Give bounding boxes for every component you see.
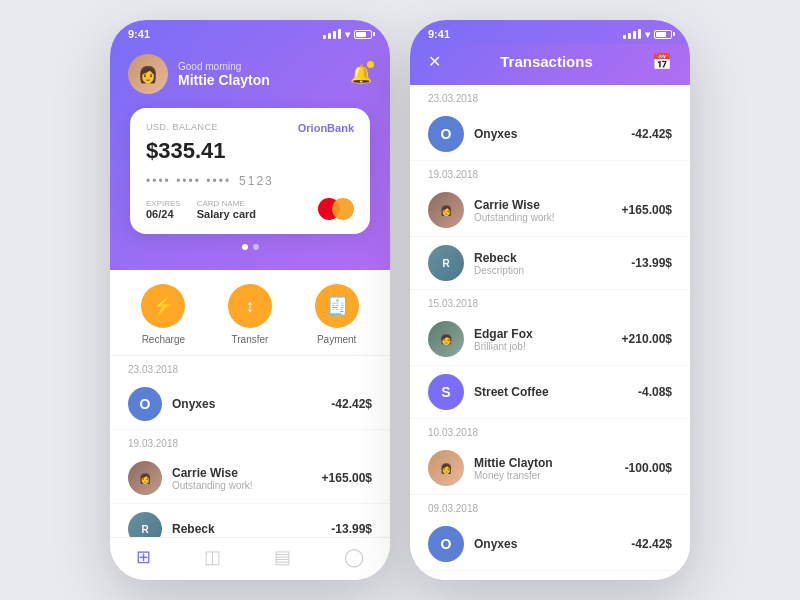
expires-value: 06/24 (146, 208, 181, 220)
transaction-list-2: 23.03.2018 O Onyxes -42.42$ 19.03.2018 👩… (410, 85, 690, 580)
tx2-amount-onyxes2: -42.42$ (631, 537, 672, 551)
tx-amount-rebeck1: -13.99$ (331, 522, 372, 536)
time-2: 9:41 (428, 28, 450, 40)
tx2-note-edgar: Brilliant job! (474, 341, 612, 352)
status-icons-1: ▾ (323, 29, 372, 40)
card-expires: EXPIRES 06/24 (146, 199, 181, 220)
tx2-avatar-onyxes: O (428, 116, 464, 152)
recharge-button[interactable]: ⚡ Recharge (141, 284, 185, 345)
tx-avatar-onyxes1: O (128, 387, 162, 421)
tx-note-carrie1: Outstanding work! (172, 480, 312, 491)
nav-home-icon[interactable]: ⊞ (136, 546, 151, 568)
card-dots: •••• •••• •••• (146, 174, 231, 188)
tx2-date-4: 10.03.2018 (410, 419, 690, 442)
transfer-icon: ↕ (228, 284, 272, 328)
tx2-avatar-street: S (428, 374, 464, 410)
nav-profile-icon[interactable]: ◯ (344, 546, 364, 568)
dot-2 (253, 244, 259, 250)
tx2-details-edgar: Edgar Fox Brilliant job! (474, 327, 612, 352)
tx2-name-mittie: Mittie Clayton (474, 456, 615, 470)
tx2-avatar-carrie: 👩 (428, 192, 464, 228)
tx2-name-street: Street Coffee (474, 385, 628, 399)
signal-icon (323, 29, 341, 39)
card-top: USD. BALANCE OrionBank (146, 122, 354, 134)
tx2-date-3: 15.03.2018 (410, 290, 690, 313)
tx-avatar-carrie1: 👩 (128, 461, 162, 495)
dot-1 (242, 244, 248, 250)
tx2-name-rebeck: Rebeck (474, 251, 621, 265)
recharge-icon: ⚡ (141, 284, 185, 328)
avatar: 👩 (128, 54, 168, 94)
tx2-item-rebeck[interactable]: R Rebeck Description -13.99$ (410, 237, 690, 290)
tx2-item-edgar[interactable]: 🧑 Edgar Fox Brilliant job! +210.00$ (410, 313, 690, 366)
transactions-header: ✕ Transactions 📅 (410, 44, 690, 85)
phone-header-1: 👩 Good morning Mittie Clayton 🔔 USD. BAL… (110, 44, 390, 270)
tx2-item-carrie[interactable]: 👩 Carrie Wise Outstanding work! +165.00$ (410, 184, 690, 237)
tx2-item-mittie[interactable]: 👩 Mittie Clayton Money transfer -100.00$ (410, 442, 690, 495)
tx2-item-street[interactable]: S Street Coffee -4.08$ (410, 366, 690, 419)
tx2-details-mittie: Mittie Clayton Money transfer (474, 456, 615, 481)
signal-icon-2 (623, 29, 641, 39)
tx-header-bar: ✕ Transactions 📅 (428, 44, 672, 71)
tx-details-onyxes1: Onyxes (172, 397, 321, 411)
mastercard-logo (318, 198, 354, 220)
tx-date-2: 19.03.2018 (110, 430, 390, 453)
nav-card-icon[interactable]: ▤ (274, 546, 291, 568)
wifi-icon: ▾ (345, 29, 350, 40)
calendar-icon[interactable]: 📅 (652, 52, 672, 71)
nav-chart-icon[interactable]: ◫ (204, 546, 221, 568)
tx-item-rebeck1[interactable]: R Rebeck -13.99$ (110, 504, 390, 537)
tx2-date-2: 19.03.2018 (410, 161, 690, 184)
card-bottom: EXPIRES 06/24 CARD NAME Salary card (146, 198, 354, 220)
payment-label: Payment (317, 334, 356, 345)
payment-button[interactable]: 🧾 Payment (315, 284, 359, 345)
user-name: Mittie Clayton (178, 72, 270, 88)
close-button[interactable]: ✕ (428, 52, 441, 71)
tx2-amount-rebeck: -13.99$ (631, 256, 672, 270)
tx2-item-onyxes2[interactable]: O Onyxes -42.42$ (410, 518, 690, 571)
balance-amount: $335.41 (146, 138, 354, 164)
status-bar-2: 9:41 ▾ (410, 20, 690, 44)
tx2-avatar-onyxes2: O (428, 526, 464, 562)
tx-item-carrie1[interactable]: 👩 Carrie Wise Outstanding work! +165.00$ (110, 453, 390, 504)
screens-container: 9:41 ▾ 👩 (90, 0, 710, 600)
tx2-date-1: 23.03.2018 (410, 85, 690, 108)
mc-orange-circle (332, 198, 354, 220)
tx-amount-onyxes1: -42.42$ (331, 397, 372, 411)
tx2-amount-carrie: +165.00$ (622, 203, 672, 217)
bank-name: OrionBank (298, 122, 354, 134)
tx-details-rebeck1: Rebeck (172, 522, 321, 536)
card-name-label: CARD NAME (197, 199, 256, 208)
tx-amount-carrie1: +165.00$ (322, 471, 372, 485)
greeting-text: Good morning (178, 61, 270, 72)
time-1: 9:41 (128, 28, 150, 40)
user-info: 👩 Good morning Mittie Clayton (128, 54, 270, 94)
tx2-avatar-mittie: 👩 (428, 450, 464, 486)
battery-icon-2 (654, 30, 672, 39)
card-name-value: Salary card (197, 208, 256, 220)
tx2-avatar-edgar: 🧑 (428, 321, 464, 357)
payment-icon: 🧾 (315, 284, 359, 328)
card-dots-indicator (128, 244, 372, 250)
card-label: USD. BALANCE (146, 122, 218, 132)
tx2-details-onyxes2: Onyxes (474, 537, 621, 551)
tx-date-1: 23.03.2018 (110, 356, 390, 379)
avatar-image: 👩 (128, 54, 168, 94)
tx-details-carrie1: Carrie Wise Outstanding work! (172, 466, 312, 491)
tx2-details-onyxes: Onyxes (474, 127, 621, 141)
tx2-name-edgar: Edgar Fox (474, 327, 612, 341)
status-bar-1: 9:41 ▾ (110, 20, 390, 44)
tx2-item-onyxes[interactable]: O Onyxes -42.42$ (410, 108, 690, 161)
card-name-field: CARD NAME Salary card (197, 199, 256, 220)
tx2-amount-onyxes: -42.42$ (631, 127, 672, 141)
bell-icon[interactable]: 🔔 (350, 63, 372, 85)
quick-actions: ⚡ Recharge ↕ Transfer 🧾 Payment (110, 270, 390, 356)
tx-item-onyxes1[interactable]: O Onyxes -42.42$ (110, 379, 390, 430)
tx2-details-street: Street Coffee (474, 385, 628, 399)
expires-label: EXPIRES (146, 199, 181, 208)
bell-dot (367, 61, 374, 68)
tx-name-rebeck1: Rebeck (172, 522, 321, 536)
status-icons-2: ▾ (623, 29, 672, 40)
transfer-button[interactable]: ↕ Transfer (228, 284, 272, 345)
bank-card: USD. BALANCE OrionBank $335.41 •••• ••••… (130, 108, 370, 234)
